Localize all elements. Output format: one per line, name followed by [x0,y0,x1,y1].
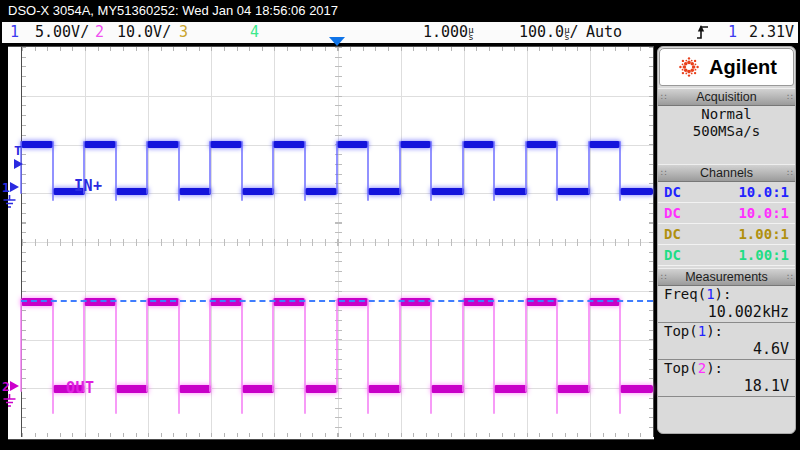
ch2-trace-falling-edge [304,299,306,414]
ch4-number[interactable]: 4 [250,22,259,43]
oscilloscope-screen: DSO-X 3054A, MY51360252: Wed Jan 04 18:5… [0,0,800,450]
measurement-items: Freq(1): 10.002kHzTop(1): 4.6VTop(2): 18… [658,286,795,397]
channel-row[interactable]: DC 1.00:1 [658,245,795,266]
ch1-trace-label: IN+ [74,177,103,195]
channels-title: Channels [700,166,753,180]
ch1-trace-rising-edge [462,141,464,194]
ch2-trace-falling-edge [367,299,369,414]
ch1-trace-high-segment [526,141,558,148]
trigger-mode[interactable]: Auto [586,22,622,43]
channel-row[interactable]: DC 10.0:1 [658,203,795,224]
ch2-trace-rising-edge [146,299,148,392]
ch1-trace-falling-edge [241,141,243,201]
title-bar: DSO-X 3054A, MY51360252: Wed Jan 04 18:5… [0,0,800,22]
ch2-trace-rising-edge [399,299,401,392]
channel-probe-ratio: 10.0:1 [738,203,789,223]
ch1-ground-arrow-icon [10,182,19,192]
trigger-level-marker[interactable]: T [14,144,23,172]
grip-icon: ∷ [661,168,666,178]
brand-name: Agilent [709,56,777,79]
agilent-starburst-icon [676,54,702,80]
ch2-marker-number: 2 [2,379,10,394]
ch2-trace-falling-edge [556,299,558,414]
ch2-trace-falling-edge [619,299,621,414]
section-header-channels[interactable]: ∷ Channels ∷ [658,164,795,182]
ch2-trace-rising-edge [588,299,590,392]
channel-row[interactable]: DC 1.00:1 [658,224,795,245]
ch1-trace-low-segment [179,188,212,195]
trigger-level[interactable]: 2.31V [749,22,794,43]
instrument-title: DSO-X 3054A, MY51360252: Wed Jan 04 18:5… [8,0,338,21]
measurement-value: 18.1V [664,377,789,396]
channel-coupling: DC [664,245,681,265]
ch1-marker-number: 1 [2,180,10,195]
ch1-number[interactable]: 1 [10,22,19,43]
ch2-trace-falling-edge [115,299,117,414]
ch3-number[interactable]: 3 [179,22,188,43]
section-header-acquisition[interactable]: ∷ Acquisition ∷ [658,88,795,106]
ch2-trace-rising-edge [209,299,211,392]
ch1-trace-high-segment [147,141,179,148]
trigger-source[interactable]: 1 [728,22,737,43]
timebase-suffix: / [570,23,579,41]
channel-probe-ratio: 10.0:1 [738,182,789,202]
ch2-trace-falling-edge [430,299,432,414]
grip-icon: ∷ [661,272,666,282]
spacer [658,140,795,162]
edge-trigger-icon [696,24,709,41]
channel-rows: DC 10.0:1DC 10.0:1DC 1.00:1DC 1.00:1 [658,182,795,266]
ch1-trace-low-segment [494,188,527,195]
measurement-item[interactable]: Top(2): 18.1V [658,360,795,397]
acquisition-mode: Normal [658,106,795,123]
ch2-number[interactable]: 2 [95,22,104,43]
ch1-trace-falling-edge [178,141,180,201]
waveform-display: T 1 2 IN+ OUT [8,46,654,440]
ch1-trace-low-segment [368,188,401,195]
ch2-trace-low-segment [305,385,338,393]
ch1-trace-high-segment [210,141,242,148]
ch2-trace-rising-edge [20,299,22,392]
ch1-trace-rising-edge [272,141,274,194]
trigger-marker-label: T [14,143,22,158]
ch1-trace-low-segment [620,188,653,195]
trigger-position-marker[interactable] [329,37,345,46]
delay-readout[interactable]: 1.000µs [423,22,474,43]
ch2-trace-low-segment [557,385,590,393]
ch1-trace-falling-edge [430,141,432,201]
measurements-title: Measurements [685,270,768,284]
grip-icon: ∷ [661,92,666,102]
channel-row[interactable]: DC 10.0:1 [658,182,795,203]
channel-probe-ratio: 1.00:1 [738,245,789,265]
ch2-trace-falling-edge [241,299,243,414]
measurement-item[interactable]: Top(1): 4.6V [658,323,795,360]
ch1-trace-high-segment [463,141,495,148]
ch1-trace-falling-edge [304,141,306,201]
channel-probe-ratio: 1.00:1 [738,224,789,244]
ch1-trace-high-segment [400,141,432,148]
ch2-trace-falling-edge [52,299,54,414]
ch1-ground-marker[interactable]: 1 [2,181,19,212]
ch2-trace-low-segment [494,385,527,393]
ch1-scale[interactable]: 5.00V/ [35,22,89,43]
ch2-ground-arrow-icon [10,381,19,391]
ch1-trace-falling-edge [52,141,54,201]
ch1-trace-rising-edge [525,141,527,194]
ch2-trace-falling-edge [493,299,495,414]
delay-unit: µs [468,27,473,41]
ch1-trace-falling-edge [493,141,495,201]
delay-value: 1.000 [423,23,468,41]
ch2-scale[interactable]: 10.0V/ [117,22,171,43]
measurement-label: Top(1): [664,323,789,340]
ch1-trace-low-segment [116,188,149,195]
grip-icon: ∷ [787,272,792,282]
acquisition-sample-rate: 500MSa/s [658,123,795,140]
ch2-ground-marker[interactable]: 2 [2,380,19,411]
measurement-item[interactable]: Freq(1): 10.002kHz [658,286,795,323]
ch2-trace-rising-edge [525,299,527,392]
measurement-threshold-line [21,300,653,302]
section-header-measurements[interactable]: ∷ Measurements ∷ [658,268,795,286]
ch2-trace-low-segment [620,385,653,393]
ch1-trace-rising-edge [588,141,590,194]
timebase-readout[interactable]: 100.0µs/ [519,22,579,43]
ch2-trace-low-segment [431,385,464,393]
